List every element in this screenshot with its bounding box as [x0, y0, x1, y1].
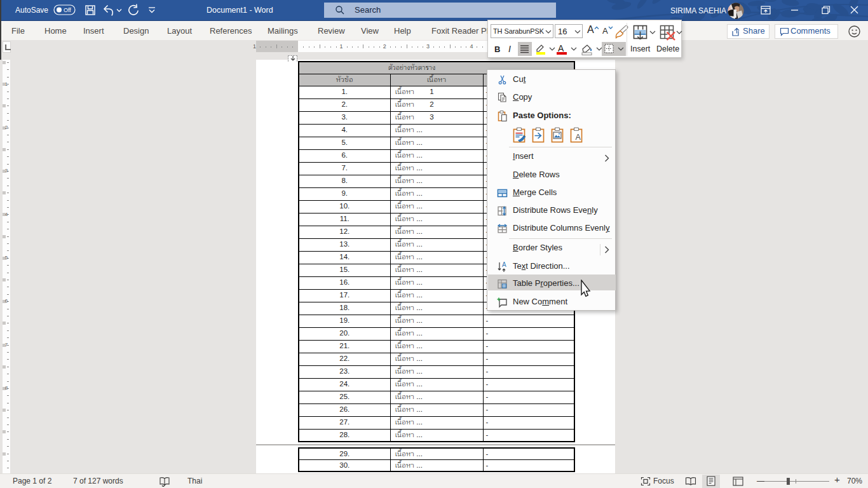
svg-text:Off: Off: [64, 7, 71, 13]
svg-text:A: A: [502, 261, 506, 268]
svg-text:A: A: [576, 133, 581, 142]
